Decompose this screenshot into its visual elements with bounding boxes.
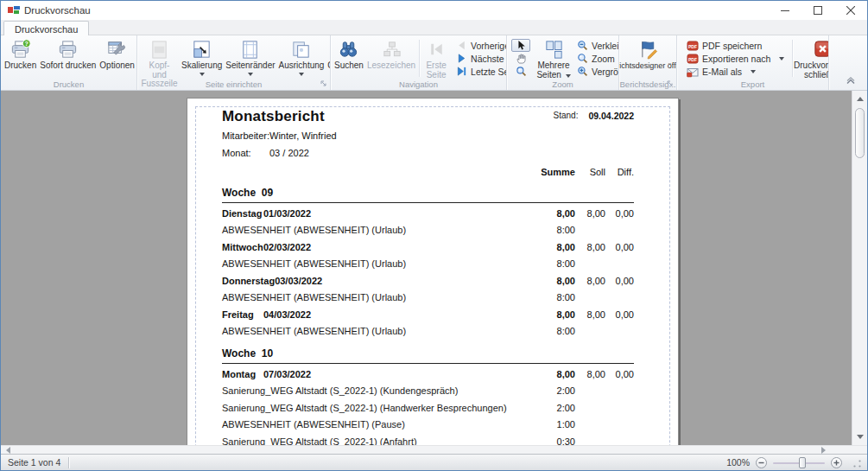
- tab-druckvorschau[interactable]: Druckvorschau: [3, 21, 89, 36]
- diff-value: 0,00: [605, 309, 634, 320]
- button-label: Lesezeichen: [367, 61, 415, 71]
- entry-time: 2:00: [522, 403, 575, 413]
- week-heading: Woche 10: [222, 347, 634, 360]
- button-label: Drucken: [4, 61, 36, 71]
- printer-icon: ?: [10, 39, 31, 60]
- monat-label: Monat:: [222, 148, 269, 160]
- group-seite-einrichten: Kopf- und Fusszeile Skalierung: [137, 35, 331, 90]
- close-preview-icon: [812, 39, 829, 60]
- horizontal-scrollbar[interactable]: [1, 445, 867, 454]
- scroll-down-icon[interactable]: [852, 430, 867, 443]
- zoom-in-button[interactable]: [831, 457, 842, 468]
- button-label: Exportieren nach: [702, 54, 770, 64]
- zoom-slider[interactable]: [773, 457, 825, 468]
- maximize-button[interactable]: [801, 1, 834, 20]
- tool-hand[interactable]: [511, 52, 530, 65]
- collapse-ribbon-button[interactable]: [843, 74, 858, 86]
- tab-label: Druckvorschau: [15, 24, 78, 35]
- button-zoom[interactable]: Zoom: [573, 52, 619, 65]
- button-druckvorschau-schliessen[interactable]: Druckvorschau schließen: [795, 37, 829, 80]
- button-sofort-drucken[interactable]: Sofort drucken: [38, 37, 98, 71]
- button-suchen[interactable]: Suchen: [333, 37, 365, 71]
- close-button[interactable]: [834, 1, 867, 20]
- group-label-zoom: Zoom: [507, 80, 618, 89]
- scaling-icon: [191, 39, 212, 60]
- report-day-row: Montag 07/03/2022 8,00 8,00 0,00: [222, 366, 634, 383]
- collapse-ribbon-icon: [846, 77, 856, 85]
- button-email-als[interactable]: E-Mail als: [684, 65, 787, 78]
- entry-time: 8:00: [522, 258, 575, 269]
- separator: [419, 40, 420, 77]
- window-title: Druckvorschau: [24, 5, 91, 16]
- button-ausrichtung[interactable]: Ausrichtung: [277, 37, 326, 76]
- multi-page-icon: [543, 39, 565, 60]
- group-label-seite-einrichten: Seite einrichten: [137, 80, 330, 89]
- diff-value: 0,00: [605, 276, 634, 286]
- button-label: Optionen: [99, 61, 135, 71]
- pdf-icon: PDF: [687, 53, 699, 65]
- button-label: Verkleinern: [592, 41, 619, 51]
- chevron-down-icon: [751, 70, 756, 73]
- button-label: Suchen: [334, 61, 364, 71]
- button-verkleinern[interactable]: Verkleinern: [573, 39, 619, 52]
- margins-icon: [239, 39, 261, 60]
- ribbon: ? Drucken: [1, 35, 867, 91]
- zoom-slider-thumb[interactable]: [799, 457, 806, 468]
- soll-value: 8,00: [575, 309, 605, 320]
- vertical-scrollbar[interactable]: [852, 91, 867, 445]
- button-label: Vorherige Seite: [471, 41, 507, 51]
- button-label: Erste Seite: [423, 61, 449, 80]
- day-name: Montag: [222, 369, 263, 379]
- button-skalierung[interactable]: Skalierung: [180, 37, 224, 76]
- button-exportieren-nach[interactable]: PDF Exportieren nach: [684, 52, 787, 65]
- day-date: 04/03/2022: [263, 309, 311, 320]
- group-label-export: Export: [677, 80, 828, 89]
- scroll-up-icon[interactable]: [852, 92, 867, 105]
- entry-text: ABWESENHEIT (ABWESENHEIT) (Urlaub): [222, 326, 406, 336]
- summe-value: 8,00: [522, 242, 575, 252]
- button-letzte-seite[interactable]: Letzte Seite: [453, 65, 507, 78]
- day-date: 01/03/2022: [263, 208, 311, 219]
- report-entry-row: Sanierung_WEG Altstadt (S_2022-1) (Anfah…: [222, 433, 634, 445]
- header-footer-icon: [149, 39, 169, 60]
- button-vergroessern[interactable]: Vergrößern: [573, 65, 619, 78]
- entry-text: ABWESENHEIT (ABWESENHEIT) (Urlaub): [222, 225, 406, 235]
- button-drucken[interactable]: ? Drucken: [3, 37, 38, 71]
- diff-value: 0,00: [605, 242, 634, 252]
- group-export: PDF PDF speichern PDF Exportieren nach: [677, 35, 829, 90]
- minimize-icon: [781, 6, 789, 15]
- chevron-down-icon: [248, 73, 253, 76]
- button-label: Vergrößern: [592, 67, 619, 77]
- prev-page-icon: [455, 40, 467, 52]
- button-optionen[interactable]: Optionen: [98, 37, 136, 71]
- dialog-launcher-icon[interactable]: [320, 80, 328, 88]
- scroll-right-icon[interactable]: [819, 447, 827, 454]
- resize-grip[interactable]: [851, 457, 862, 468]
- minimize-button[interactable]: [769, 1, 801, 20]
- dialog-launcher-icon[interactable]: [666, 80, 675, 88]
- vertical-scrollbar-thumb[interactable]: [855, 108, 865, 158]
- scroll-left-icon[interactable]: [3, 447, 12, 454]
- printer-instant-icon: [57, 39, 79, 60]
- day-date: 07/03/2022: [263, 369, 311, 379]
- zoom-out-button[interactable]: [756, 457, 767, 468]
- button-label: Skalierung: [181, 61, 222, 71]
- tool-zoom[interactable]: [511, 65, 530, 78]
- button-seitenraender[interactable]: Seitenränder: [224, 37, 276, 76]
- titlebar: Druckvorschau: [1, 1, 867, 20]
- separator: [68, 457, 69, 468]
- entry-text: Sanierung_WEG Altstadt (S_2022-1) (Anfah…: [222, 436, 417, 445]
- button-naechste-seite[interactable]: Nächste Seite: [453, 52, 507, 65]
- monat-value: 03 / 2022: [269, 148, 309, 160]
- button-mehrere-seiten[interactable]: Mehrere Seiten: [534, 37, 573, 80]
- entry-text: Sanierung_WEG Altstadt (S_2022-1) (Handw…: [222, 403, 507, 413]
- day-date: 03/03/2022: [275, 276, 322, 286]
- button-pdf-speichern[interactable]: PDF PDF speichern: [684, 39, 787, 52]
- bookmark-icon: [381, 39, 402, 60]
- entry-time: 1:00: [522, 419, 575, 430]
- button-label: Sofort drucken: [40, 61, 96, 71]
- button-berichtsdesigner-oeffnen[interactable]: Berichtsdesigner öffnen: [619, 37, 677, 70]
- group-label-drucken: Drucken: [1, 80, 136, 89]
- tool-pointer[interactable]: [511, 39, 530, 52]
- report-day-row: Donnerstag 03/03/2022 8,00 8,00 0,00: [222, 272, 634, 290]
